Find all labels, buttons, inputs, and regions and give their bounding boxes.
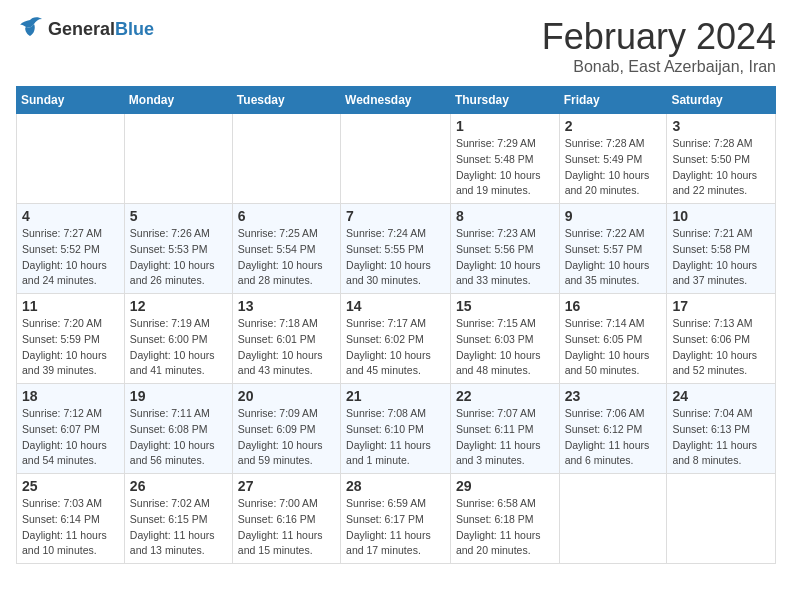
day-number: 24 <box>672 388 770 404</box>
calendar-cell <box>667 474 776 564</box>
day-info: Sunrise: 7:11 AMSunset: 6:08 PMDaylight:… <box>130 406 227 469</box>
day-number: 5 <box>130 208 227 224</box>
calendar-cell: 14Sunrise: 7:17 AMSunset: 6:02 PMDayligh… <box>341 294 451 384</box>
day-number: 26 <box>130 478 227 494</box>
day-info: Sunrise: 7:20 AMSunset: 5:59 PMDaylight:… <box>22 316 119 379</box>
day-info: Sunrise: 7:03 AMSunset: 6:14 PMDaylight:… <box>22 496 119 559</box>
day-info: Sunrise: 7:29 AMSunset: 5:48 PMDaylight:… <box>456 136 554 199</box>
day-number: 29 <box>456 478 554 494</box>
day-number: 16 <box>565 298 662 314</box>
calendar-cell: 3Sunrise: 7:28 AMSunset: 5:50 PMDaylight… <box>667 114 776 204</box>
calendar-cell: 5Sunrise: 7:26 AMSunset: 5:53 PMDaylight… <box>124 204 232 294</box>
day-number: 23 <box>565 388 662 404</box>
calendar-week-row: 11Sunrise: 7:20 AMSunset: 5:59 PMDayligh… <box>17 294 776 384</box>
day-number: 17 <box>672 298 770 314</box>
day-number: 6 <box>238 208 335 224</box>
calendar-cell: 25Sunrise: 7:03 AMSunset: 6:14 PMDayligh… <box>17 474 125 564</box>
day-number: 11 <box>22 298 119 314</box>
calendar-table: SundayMondayTuesdayWednesdayThursdayFrid… <box>16 86 776 564</box>
day-info: Sunrise: 7:24 AMSunset: 5:55 PMDaylight:… <box>346 226 445 289</box>
calendar-day-header: Tuesday <box>232 87 340 114</box>
calendar-day-header: Sunday <box>17 87 125 114</box>
calendar-cell <box>559 474 667 564</box>
day-number: 9 <box>565 208 662 224</box>
day-info: Sunrise: 7:06 AMSunset: 6:12 PMDaylight:… <box>565 406 662 469</box>
day-number: 13 <box>238 298 335 314</box>
logo-icon <box>16 16 44 42</box>
day-number: 25 <box>22 478 119 494</box>
day-info: Sunrise: 7:00 AMSunset: 6:16 PMDaylight:… <box>238 496 335 559</box>
day-number: 12 <box>130 298 227 314</box>
calendar-cell: 17Sunrise: 7:13 AMSunset: 6:06 PMDayligh… <box>667 294 776 384</box>
logo-text: GeneralBlue <box>48 19 154 40</box>
day-number: 18 <box>22 388 119 404</box>
title-area: February 2024 Bonab, East Azerbaijan, Ir… <box>542 16 776 76</box>
day-number: 27 <box>238 478 335 494</box>
calendar-cell: 28Sunrise: 6:59 AMSunset: 6:17 PMDayligh… <box>341 474 451 564</box>
calendar-week-row: 1Sunrise: 7:29 AMSunset: 5:48 PMDaylight… <box>17 114 776 204</box>
day-number: 28 <box>346 478 445 494</box>
calendar-header-row: SundayMondayTuesdayWednesdayThursdayFrid… <box>17 87 776 114</box>
calendar-cell <box>17 114 125 204</box>
calendar-cell: 12Sunrise: 7:19 AMSunset: 6:00 PMDayligh… <box>124 294 232 384</box>
page-subtitle: Bonab, East Azerbaijan, Iran <box>542 58 776 76</box>
calendar-day-header: Saturday <box>667 87 776 114</box>
calendar-cell: 4Sunrise: 7:27 AMSunset: 5:52 PMDaylight… <box>17 204 125 294</box>
header: GeneralBlue February 2024 Bonab, East Az… <box>16 16 776 76</box>
calendar-cell: 15Sunrise: 7:15 AMSunset: 6:03 PMDayligh… <box>450 294 559 384</box>
day-info: Sunrise: 7:09 AMSunset: 6:09 PMDaylight:… <box>238 406 335 469</box>
calendar-cell: 20Sunrise: 7:09 AMSunset: 6:09 PMDayligh… <box>232 384 340 474</box>
calendar-cell: 13Sunrise: 7:18 AMSunset: 6:01 PMDayligh… <box>232 294 340 384</box>
calendar-cell: 16Sunrise: 7:14 AMSunset: 6:05 PMDayligh… <box>559 294 667 384</box>
calendar-cell: 10Sunrise: 7:21 AMSunset: 5:58 PMDayligh… <box>667 204 776 294</box>
day-number: 2 <box>565 118 662 134</box>
day-number: 1 <box>456 118 554 134</box>
day-number: 8 <box>456 208 554 224</box>
calendar-day-header: Monday <box>124 87 232 114</box>
calendar-week-row: 18Sunrise: 7:12 AMSunset: 6:07 PMDayligh… <box>17 384 776 474</box>
day-info: Sunrise: 7:04 AMSunset: 6:13 PMDaylight:… <box>672 406 770 469</box>
day-info: Sunrise: 7:12 AMSunset: 6:07 PMDaylight:… <box>22 406 119 469</box>
calendar-cell: 18Sunrise: 7:12 AMSunset: 6:07 PMDayligh… <box>17 384 125 474</box>
day-info: Sunrise: 7:02 AMSunset: 6:15 PMDaylight:… <box>130 496 227 559</box>
logo-general: General <box>48 19 115 39</box>
calendar-cell: 21Sunrise: 7:08 AMSunset: 6:10 PMDayligh… <box>341 384 451 474</box>
calendar-cell: 8Sunrise: 7:23 AMSunset: 5:56 PMDaylight… <box>450 204 559 294</box>
calendar-cell <box>232 114 340 204</box>
day-number: 19 <box>130 388 227 404</box>
day-info: Sunrise: 7:19 AMSunset: 6:00 PMDaylight:… <box>130 316 227 379</box>
calendar-cell: 11Sunrise: 7:20 AMSunset: 5:59 PMDayligh… <box>17 294 125 384</box>
day-info: Sunrise: 7:28 AMSunset: 5:49 PMDaylight:… <box>565 136 662 199</box>
day-number: 21 <box>346 388 445 404</box>
calendar-day-header: Thursday <box>450 87 559 114</box>
calendar-cell: 23Sunrise: 7:06 AMSunset: 6:12 PMDayligh… <box>559 384 667 474</box>
calendar-cell: 9Sunrise: 7:22 AMSunset: 5:57 PMDaylight… <box>559 204 667 294</box>
calendar-cell: 22Sunrise: 7:07 AMSunset: 6:11 PMDayligh… <box>450 384 559 474</box>
page-title: February 2024 <box>542 16 776 58</box>
calendar-cell: 24Sunrise: 7:04 AMSunset: 6:13 PMDayligh… <box>667 384 776 474</box>
calendar-cell: 7Sunrise: 7:24 AMSunset: 5:55 PMDaylight… <box>341 204 451 294</box>
day-info: Sunrise: 7:18 AMSunset: 6:01 PMDaylight:… <box>238 316 335 379</box>
calendar-cell: 27Sunrise: 7:00 AMSunset: 6:16 PMDayligh… <box>232 474 340 564</box>
day-info: Sunrise: 7:27 AMSunset: 5:52 PMDaylight:… <box>22 226 119 289</box>
day-info: Sunrise: 7:21 AMSunset: 5:58 PMDaylight:… <box>672 226 770 289</box>
calendar-cell: 6Sunrise: 7:25 AMSunset: 5:54 PMDaylight… <box>232 204 340 294</box>
day-number: 22 <box>456 388 554 404</box>
day-info: Sunrise: 7:07 AMSunset: 6:11 PMDaylight:… <box>456 406 554 469</box>
day-info: Sunrise: 7:15 AMSunset: 6:03 PMDaylight:… <box>456 316 554 379</box>
calendar-cell: 26Sunrise: 7:02 AMSunset: 6:15 PMDayligh… <box>124 474 232 564</box>
day-number: 10 <box>672 208 770 224</box>
day-info: Sunrise: 7:28 AMSunset: 5:50 PMDaylight:… <box>672 136 770 199</box>
logo-blue: Blue <box>115 19 154 39</box>
day-number: 3 <box>672 118 770 134</box>
day-info: Sunrise: 7:17 AMSunset: 6:02 PMDaylight:… <box>346 316 445 379</box>
calendar-day-header: Wednesday <box>341 87 451 114</box>
day-info: Sunrise: 7:22 AMSunset: 5:57 PMDaylight:… <box>565 226 662 289</box>
calendar-week-row: 25Sunrise: 7:03 AMSunset: 6:14 PMDayligh… <box>17 474 776 564</box>
day-info: Sunrise: 7:08 AMSunset: 6:10 PMDaylight:… <box>346 406 445 469</box>
calendar-cell <box>341 114 451 204</box>
day-info: Sunrise: 7:14 AMSunset: 6:05 PMDaylight:… <box>565 316 662 379</box>
day-number: 4 <box>22 208 119 224</box>
logo: GeneralBlue <box>16 16 154 42</box>
calendar-cell: 2Sunrise: 7:28 AMSunset: 5:49 PMDaylight… <box>559 114 667 204</box>
